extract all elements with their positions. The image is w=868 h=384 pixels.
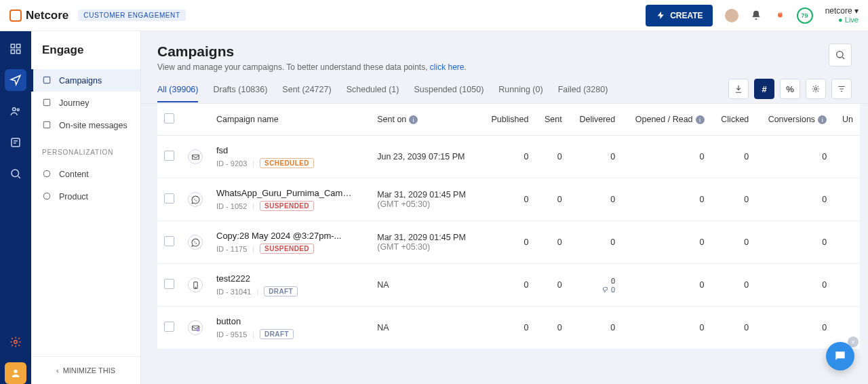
svg-point-7: [12, 170, 19, 177]
rail-dashboard[interactable]: [5, 38, 26, 60]
bell-icon[interactable]: [751, 10, 762, 21]
download-button[interactable]: [728, 79, 749, 99]
rail-settings[interactable]: [5, 331, 26, 353]
delivered-value: 0: [610, 323, 615, 332]
svg-rect-11: [43, 99, 50, 105]
tab[interactable]: Sent (24727): [282, 79, 331, 102]
col-clicked[interactable]: Clicked: [711, 104, 756, 136]
gear-icon: [811, 84, 821, 94]
account-switcher[interactable]: netcore ▾ Live: [825, 6, 859, 25]
row-checkbox[interactable]: [164, 322, 174, 332]
row-checkbox[interactable]: [164, 193, 174, 204]
campaign-name: fsd: [216, 145, 352, 155]
clicked-value: 0: [711, 221, 756, 264]
avatar-icon[interactable]: [725, 9, 738, 22]
channel-icon: [188, 192, 203, 207]
row-checkbox[interactable]: [164, 151, 174, 161]
rail-content[interactable]: [5, 132, 26, 153]
col-sent-on[interactable]: Sent oni: [370, 104, 480, 136]
campaign-id: ID - 31041: [216, 288, 251, 296]
flame-icon[interactable]: [774, 10, 785, 21]
create-button[interactable]: CREATE: [646, 5, 712, 26]
tab[interactable]: All (39906): [157, 79, 198, 102]
svg-point-16: [814, 88, 817, 90]
tab[interactable]: Running (0): [498, 79, 542, 102]
opened-value: 0: [622, 307, 711, 349]
download-icon: [734, 84, 743, 94]
info-icon[interactable]: i: [818, 115, 827, 124]
rail-audience[interactable]: [5, 100, 26, 122]
table-row[interactable]: Copy:28 May 2024 @3:27pm-...ID - 1175|SU…: [157, 221, 860, 264]
page-title: Campaigns: [157, 43, 467, 60]
status-badge: SCHEDULED: [260, 158, 314, 168]
table-row[interactable]: buttonID - 9515|DRAFTNA000000: [157, 307, 860, 349]
col-un[interactable]: Un: [833, 104, 860, 136]
col-opened[interactable]: Opened / Readi: [622, 104, 711, 136]
icon-rail: [0, 31, 31, 384]
channel-icon: [188, 277, 203, 292]
minimize-button[interactable]: ‹ MINIMIZE THIS: [31, 356, 140, 384]
table-row[interactable]: test2222ID - 31041|DRAFTNA0000000: [157, 264, 860, 307]
nav-icon: [42, 75, 52, 85]
col-sent[interactable]: Sent: [535, 104, 568, 136]
svg-rect-10: [43, 77, 50, 83]
nav-item[interactable]: On-site messages: [31, 114, 140, 136]
col-published[interactable]: Published: [481, 104, 536, 136]
filter-button[interactable]: [831, 79, 852, 99]
row-checkbox[interactable]: [164, 236, 174, 246]
brand-mark-icon: [9, 9, 22, 22]
svg-point-14: [43, 193, 50, 199]
sent-on-value: Mar 31, 2029 01:45 PM(GMT +05:30): [370, 221, 480, 264]
nav-title: Engage: [31, 31, 140, 66]
tab[interactable]: Drafts (10836): [213, 79, 267, 102]
sent-value: 0: [535, 264, 568, 307]
opened-value: 0: [622, 264, 711, 307]
table-row[interactable]: WhatsApp_Guru_Purnima_Camp...ID - 1052|S…: [157, 178, 860, 221]
rail-engage[interactable]: [5, 69, 26, 91]
chat-fab[interactable]: [826, 342, 854, 370]
col-conversions[interactable]: Conversionsi: [755, 104, 833, 136]
tab[interactable]: Suspended (1050): [414, 79, 484, 102]
col-campaign[interactable]: Campaign name: [210, 104, 370, 136]
table-row[interactable]: fsdID - 9203|SCHEDULEDJun 23, 2039 07:15…: [157, 136, 860, 178]
select-all-checkbox[interactable]: [164, 113, 174, 123]
channel-icon: [188, 149, 203, 164]
channel-icon: [188, 320, 203, 335]
sent-value: 0: [535, 221, 568, 264]
rail-analytics[interactable]: [5, 163, 26, 185]
opened-value: 0: [622, 221, 711, 264]
tabbar: All (39906)Drafts (10836)Sent (24727)Sch…: [141, 79, 868, 104]
nav-item[interactable]: Product: [31, 185, 140, 208]
live-status: Live: [825, 16, 859, 24]
count-mode-button[interactable]: #: [754, 79, 774, 99]
tab[interactable]: Scheduled (1): [347, 79, 399, 102]
brand-logo[interactable]: Netcore: [9, 9, 68, 22]
nav-item[interactable]: Journey: [31, 92, 140, 114]
tab[interactable]: Failed (3280): [558, 79, 608, 102]
svg-rect-12: [43, 121, 50, 128]
nav-header-personalization: PERSONALIZATION: [31, 139, 140, 160]
click-here-link[interactable]: click here: [430, 62, 465, 72]
info-icon[interactable]: i: [409, 115, 418, 124]
nav-icon: [42, 169, 52, 179]
nav-item[interactable]: Campaigns: [31, 69, 140, 92]
row-checkbox[interactable]: [164, 279, 174, 289]
rail-profile[interactable]: [5, 362, 26, 384]
campaign-id: ID - 1052: [216, 202, 247, 210]
status-badge: DRAFT: [260, 329, 294, 339]
conversions-value: 0: [755, 221, 833, 264]
search-button[interactable]: [829, 43, 852, 66]
sent-value: 0: [535, 136, 568, 178]
info-icon[interactable]: i: [696, 115, 705, 124]
score-ring[interactable]: 79: [797, 7, 813, 24]
settings-button[interactable]: [806, 79, 826, 99]
campaign-name: test2222: [216, 273, 352, 284]
opened-value: 0: [622, 136, 711, 178]
svg-point-5: [17, 109, 19, 111]
col-delivered[interactable]: Delivered: [569, 104, 623, 136]
nav-item[interactable]: Content: [31, 163, 140, 185]
percent-mode-button[interactable]: %: [780, 79, 800, 99]
svg-point-4: [13, 108, 16, 111]
published-value: 0: [481, 136, 536, 178]
svg-rect-2: [11, 50, 14, 54]
